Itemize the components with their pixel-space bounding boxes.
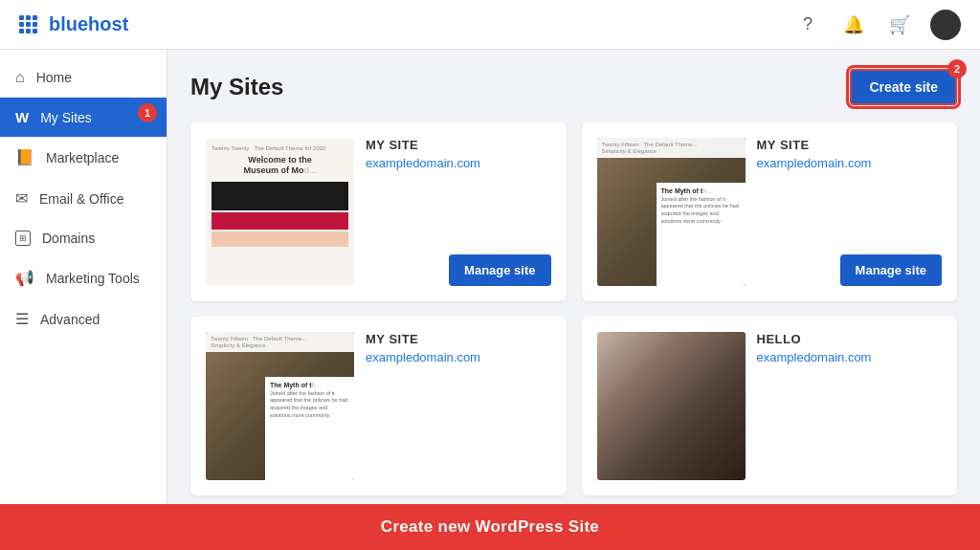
sidebar-item-label: Email & Office <box>39 191 123 207</box>
site-domain-4: exampledomain.com <box>757 350 943 364</box>
site-info-3: My Site exampledomain.com <box>366 332 551 480</box>
sidebar-item-label: My Sites <box>40 110 92 125</box>
bottom-banner[interactable]: Create new WordPress Site <box>0 504 980 550</box>
sidebar: ⌂ Home W My Sites 1 📙 Marketplace ✉ Emai… <box>0 50 167 504</box>
site-name-2: MY SITE <box>757 138 943 152</box>
site-card-2: Twenty Fifteen The Default Theme... Simp… <box>582 122 958 301</box>
create-site-badge: 2 <box>947 59 967 78</box>
grid-icon[interactable] <box>19 15 37 33</box>
site-domain-3: exampledomain.com <box>366 350 551 364</box>
marketplace-icon: 📙 <box>15 148 34 166</box>
site-name-4: Hello <box>757 332 943 346</box>
marketing-icon: 📢 <box>15 269 34 287</box>
bottom-banner-label: Create new WordPress Site <box>381 517 599 537</box>
advanced-icon: ☰ <box>15 310 29 328</box>
create-site-wrapper: Create site 2 <box>850 69 957 105</box>
manage-site-button-2[interactable]: Manage site <box>840 254 942 286</box>
sidebar-item-marketing-tools[interactable]: 📢 Marketing Tools <box>0 257 167 298</box>
sidebar-item-home[interactable]: ⌂ Home <box>0 57 167 98</box>
domains-icon: ⊞ <box>15 231 31 246</box>
sidebar-item-label: Advanced <box>40 312 100 327</box>
site-thumbnail-2: Twenty Fifteen The Default Theme... Simp… <box>597 138 746 286</box>
site-name-3: My Site <box>366 332 551 346</box>
site-thumbnail-1: Twenty Twenty The Default Theme for 2020… <box>206 138 354 286</box>
site-domain-1: exampledomain.com <box>366 156 551 170</box>
site-name-1: MY SITE <box>366 138 551 152</box>
content-header: My Sites Create site 2 <box>190 69 957 105</box>
brand-area: bluehost <box>19 13 128 35</box>
page-title: My Sites <box>190 74 283 100</box>
sidebar-item-label: Marketplace <box>46 150 119 165</box>
sidebar-item-email-office[interactable]: ✉ Email & Office <box>0 178 167 219</box>
sidebar-item-marketplace[interactable]: 📙 Marketplace <box>0 137 167 178</box>
email-icon: ✉ <box>15 189 28 208</box>
cart-icon[interactable]: 🛒 <box>884 10 915 40</box>
site-card-4: Hello exampledomain.com <box>582 317 958 495</box>
sidebar-item-label: Home <box>36 70 72 85</box>
sites-grid: Twenty Twenty The Default Theme for 2020… <box>190 122 957 495</box>
site-info-1: MY SITE exampledomain.com Manage site <box>366 138 551 286</box>
site-thumbnail-4 <box>597 332 746 480</box>
main-layout: ⌂ Home W My Sites 1 📙 Marketplace ✉ Emai… <box>0 50 980 504</box>
create-site-button[interactable]: Create site <box>850 69 957 105</box>
sidebar-item-my-sites[interactable]: W My Sites 1 <box>0 98 167 137</box>
sidebar-item-label: Domains <box>42 231 95 246</box>
sidebar-item-advanced[interactable]: ☰ Advanced <box>0 298 167 340</box>
bell-icon[interactable]: 🔔 <box>838 10 869 40</box>
content-area: My Sites Create site 2 Twenty Twenty The… <box>167 50 980 504</box>
site-thumbnail-3: Twenty Fifteen The Default Theme... Simp… <box>206 332 354 480</box>
wordpress-icon: W <box>15 109 29 125</box>
navbar: bluehost ? 🔔 🛒 <box>0 0 980 50</box>
site-card-3: Twenty Fifteen The Default Theme... Simp… <box>190 317 567 495</box>
site-info-4: Hello exampledomain.com <box>757 332 943 480</box>
my-sites-badge: 1 <box>138 103 157 122</box>
avatar[interactable] <box>930 10 961 40</box>
navbar-actions: ? 🔔 🛒 <box>792 10 961 40</box>
site-domain-2: exampledomain.com <box>757 156 943 170</box>
site-info-2: MY SITE exampledomain.com Manage site <box>757 138 943 286</box>
home-icon: ⌂ <box>15 69 25 86</box>
brand-logo[interactable]: bluehost <box>49 13 128 35</box>
site-card-1: Twenty Twenty The Default Theme for 2020… <box>190 122 567 301</box>
manage-site-button-1[interactable]: Manage site <box>449 254 550 286</box>
help-icon[interactable]: ? <box>792 10 823 40</box>
sidebar-item-label: Marketing Tools <box>46 271 140 286</box>
sidebar-item-domains[interactable]: ⊞ Domains <box>0 219 167 257</box>
